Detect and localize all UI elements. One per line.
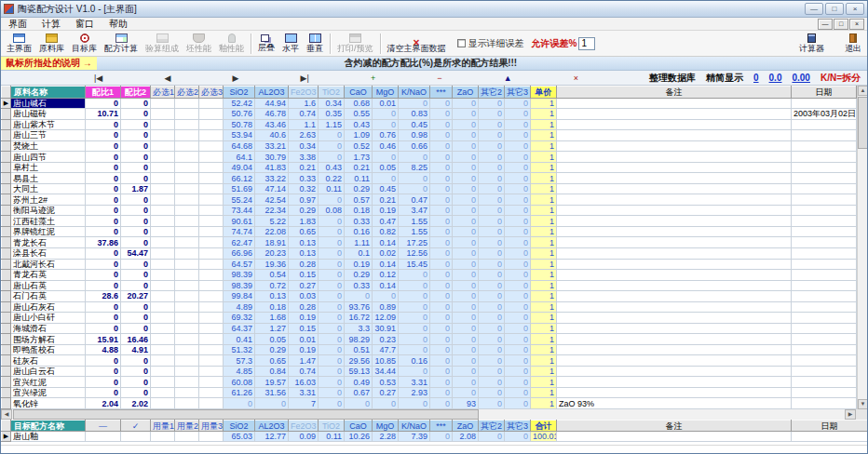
oxide-cell[interactable]: 2.93 [399,387,430,398]
remark-cell[interactable] [557,226,792,237]
material-name-cell[interactable]: 大同土 [11,183,86,194]
nav-symbol[interactable]: ▶ [232,72,238,85]
oxide-cell[interactable]: 19.57 [255,377,289,388]
oxide-cell[interactable]: 0 [453,152,479,163]
date-cell[interactable] [792,301,857,313]
remark-cell[interactable] [557,377,792,388]
oxide-cell[interactable]: 0.74 [289,109,319,120]
menu-item[interactable]: 计算 [34,18,68,30]
oxide-cell[interactable]: 0 [319,216,345,227]
oxide-cell[interactable]: 0 [319,248,345,260]
oxide-cell[interactable]: 0.14 [373,280,399,291]
oxide-cell[interactable]: 50.78 [224,119,255,130]
column-header[interactable]: 备注 [557,87,792,99]
optional-cell[interactable] [151,334,175,345]
optional-cell[interactable] [175,119,199,130]
ratio-cell[interactable]: 37.86 [86,237,121,248]
oxide-cell[interactable]: 0 [399,183,430,194]
oxide-cell[interactable]: 0.52 [345,140,373,152]
optional-cell[interactable] [175,130,199,141]
price-cell[interactable]: 1 [531,387,557,398]
oxide-cell[interactable]: 0 [319,387,345,398]
usage-cell[interactable] [199,432,224,442]
remark-cell[interactable] [557,237,792,248]
ratio-cell[interactable]: 0 [86,140,121,152]
oxide-cell[interactable]: 0 [479,109,505,120]
price-cell[interactable]: 1 [531,323,557,334]
oxide-cell[interactable]: 0 [430,313,453,324]
material-name-cell[interactable]: 青龙长石 [11,237,86,248]
oxide-cell[interactable]: 0 [453,301,479,313]
oxide-cell[interactable]: 1.1 [289,119,319,130]
optional-cell[interactable] [199,194,224,206]
column-header[interactable]: CaO [345,87,373,99]
optional-cell[interactable] [175,226,199,237]
ratio-cell[interactable]: 0 [121,109,151,120]
oxide-cell[interactable]: 8.25 [399,162,430,173]
organize-database-button[interactable]: 整理数据库 [649,72,696,85]
remark-cell[interactable] [557,313,792,324]
oxide-cell[interactable]: 0 [453,377,479,388]
oxide-cell[interactable]: 0.45 [399,119,430,130]
oxide-cell[interactable]: 3.3 [345,323,373,334]
oxide-cell[interactable]: 52.42 [224,98,255,109]
column-header[interactable]: 其它2 [479,87,505,99]
material-name-cell[interactable]: 唐山小白矸 [11,313,86,324]
oxide-cell[interactable]: 10.85 [373,355,399,367]
oxide-cell[interactable]: 98.39 [224,280,255,291]
date-cell[interactable] [792,323,857,334]
oxide-cell[interactable]: 3.38 [289,152,319,163]
date-cell[interactable] [792,194,857,206]
oxide-cell[interactable]: 2.28 [373,432,399,442]
oxide-cell[interactable]: 40.6 [255,130,289,141]
date-cell[interactable] [792,366,857,377]
optional-cell[interactable] [151,226,175,237]
optional-cell[interactable] [175,270,199,281]
oxide-cell[interactable]: 0.29 [345,183,373,194]
material-name-cell[interactable]: 唐山石灰石 [11,301,86,313]
oxide-cell[interactable]: 1.83 [289,216,319,227]
material-name-cell[interactable]: 唐山碱石 [11,98,86,109]
oxide-cell[interactable]: 0 [430,152,453,163]
oxide-cell[interactable]: 51.32 [224,344,255,355]
oxide-cell[interactable]: 0 [399,323,430,334]
optional-cell[interactable] [175,237,199,248]
oxide-cell[interactable]: 0 [430,259,453,270]
oxide-cell[interactable]: 44.94 [255,98,289,109]
material-name-cell[interactable]: 围场方解石 [11,334,86,345]
price-cell[interactable]: 1 [531,98,557,109]
oxide-cell[interactable]: 0 [345,291,373,302]
oxide-cell[interactable]: 0 [505,301,531,313]
oxide-cell[interactable]: 0.19 [289,313,319,324]
date-cell[interactable] [792,140,857,152]
optional-cell[interactable] [151,366,175,377]
optional-cell[interactable] [151,323,175,334]
material-name-cell[interactable]: 焚烧土 [11,140,86,152]
ratio-cell[interactable]: 16.46 [121,334,151,345]
detail-error-checkbox[interactable] [457,39,466,47]
oxide-cell[interactable]: 0 [505,259,531,270]
material-name-cell[interactable]: 江西硅藻土 [11,216,86,227]
date-cell[interactable] [792,248,857,260]
oxide-cell[interactable]: 0 [373,398,399,409]
oxide-cell[interactable]: 0 [453,366,479,377]
oxide-cell[interactable]: 0 [399,173,430,184]
ratio-cell[interactable]: 0 [121,205,151,216]
column-header[interactable]: 用量2 [175,421,199,432]
ratio-cell[interactable]: 2.04 [86,398,121,409]
oxide-cell[interactable]: 0 [319,377,345,388]
oxide-cell[interactable]: 0 [505,237,531,248]
ratio-cell[interactable]: 0 [86,313,121,324]
column-header[interactable]: MgO [373,87,399,99]
optional-cell[interactable] [199,301,224,313]
optional-cell[interactable] [199,366,224,377]
oxide-cell[interactable]: 31.56 [255,387,289,398]
oxide-cell[interactable]: 0 [319,291,345,302]
oxide-cell[interactable]: 3.31 [399,377,430,388]
column-header[interactable]: TiO2 [319,87,345,99]
date-cell[interactable] [792,216,857,227]
oxide-cell[interactable]: 0 [430,205,453,216]
column-header[interactable]: 备注 [557,421,792,432]
price-cell[interactable]: 1 [531,183,557,194]
oxide-cell[interactable]: 0 [505,313,531,324]
